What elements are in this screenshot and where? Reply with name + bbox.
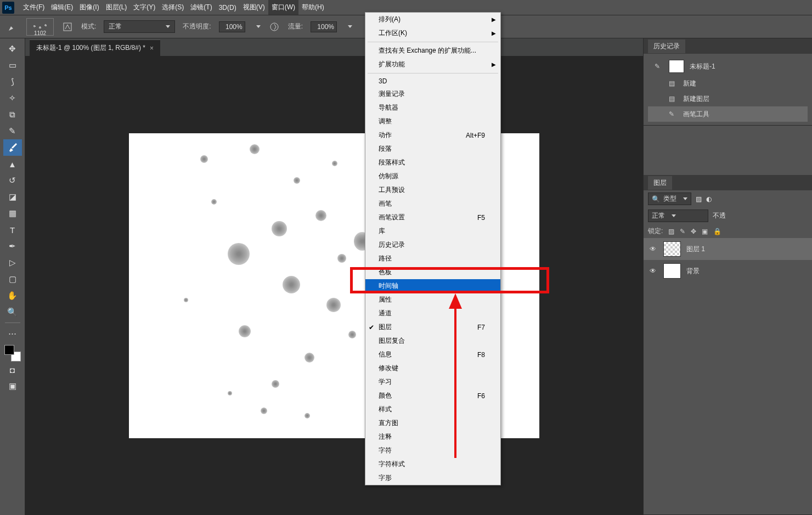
layer-row[interactable]: 👁 背景	[644, 260, 812, 282]
history-step[interactable]: ✎ 画笔工具	[648, 106, 808, 122]
stamp-tool[interactable]: ▲	[3, 156, 22, 172]
path-select-tool[interactable]: ▷	[3, 254, 22, 271]
menu-item[interactable]: 学习	[365, 375, 500, 389]
crop-tool[interactable]: ⧉	[3, 106, 22, 123]
menu-item[interactable]: 排列(A)▶	[365, 13, 500, 26]
menu-item[interactable]: 直方图	[365, 416, 500, 430]
menu-type[interactable]: 文字(Y)	[130, 0, 159, 15]
menu-item[interactable]: 工具预设	[365, 183, 500, 197]
document-tab[interactable]: 未标题-1 @ 100% (图层 1, RGB/8#) * ×	[30, 39, 160, 56]
menu-item[interactable]: 查找有关 Exchange 的扩展功能...	[365, 44, 500, 58]
menu-item[interactable]: 颜色F6	[365, 389, 500, 403]
brush-icon: ✎	[651, 61, 663, 71]
menu-item[interactable]: 库	[365, 224, 500, 238]
visibility-icon[interactable]: 👁	[648, 267, 658, 275]
menu-item[interactable]: 字形	[365, 471, 500, 485]
menu-item[interactable]: 字符	[365, 444, 500, 457]
menu-item[interactable]: 画笔设置F5	[365, 211, 500, 224]
menu-window[interactable]: 窗口(W)	[268, 0, 298, 15]
layer-row[interactable]: 👁 图层 1	[644, 238, 812, 260]
layer-blend-select[interactable]: 正常	[648, 210, 708, 222]
menu-item[interactable]: 注释	[365, 430, 500, 444]
history-panel: 历史记录 ✎ 未标题-1 ▤ 新建 ▤ 新建图层 ✎ 画笔工具	[644, 38, 812, 126]
brush-tool[interactable]	[3, 139, 22, 156]
eyedropper-tool[interactable]: ✎	[3, 123, 22, 139]
type-tool[interactable]: T	[3, 222, 22, 238]
lock-artboard-icon[interactable]: ▣	[702, 228, 708, 235]
menu-view[interactable]: 视图(V)	[240, 0, 268, 15]
flow-input[interactable]: 100%	[311, 21, 337, 32]
menu-3d[interactable]: 3D(D)	[216, 1, 240, 14]
move-tool[interactable]: ✥	[3, 41, 22, 57]
menu-item[interactable]: 仿制源	[365, 169, 500, 183]
history-step-label: 新建	[683, 79, 696, 88]
hand-tool[interactable]: ✋	[3, 287, 22, 304]
history-step[interactable]: ▤ 新建	[648, 76, 808, 91]
gradient-tool[interactable]: ▦	[3, 205, 22, 222]
menu-file[interactable]: 文件(F)	[20, 0, 48, 15]
brush-preset-picker[interactable]: 1102	[26, 18, 54, 36]
menu-item[interactable]: 修改键	[365, 361, 500, 375]
history-snapshot[interactable]: ✎ 未标题-1	[648, 57, 808, 76]
lock-position-icon[interactable]: ✥	[691, 228, 696, 235]
layer-name[interactable]: 背景	[686, 267, 700, 276]
menu-item[interactable]: 路径	[365, 252, 500, 265]
lasso-tool[interactable]: ⟆	[3, 73, 22, 90]
pen-tool[interactable]: ✒	[3, 238, 22, 254]
menu-item[interactable]: 扩展功能▶	[365, 58, 500, 71]
menu-item[interactable]: 导航器	[365, 101, 500, 115]
menu-item[interactable]: 属性	[365, 293, 500, 307]
history-tab[interactable]: 历史记录	[648, 39, 685, 53]
menu-item[interactable]: 通道	[365, 307, 500, 320]
close-tab-icon[interactable]: ×	[150, 44, 154, 52]
filter-adjust-icon[interactable]: ◐	[706, 195, 712, 203]
menu-filter[interactable]: 滤镜(T)	[187, 0, 215, 15]
menu-item[interactable]: 段落	[365, 142, 500, 156]
layers-tab[interactable]: 图层	[648, 176, 672, 190]
zoom-tool[interactable]: 🔍	[3, 304, 22, 320]
pressure-opacity-icon[interactable]	[268, 21, 280, 33]
tool-preset-icon[interactable]	[7, 21, 19, 33]
screenmode-icon[interactable]: ▣	[3, 378, 22, 394]
menu-image[interactable]: 图像(I)	[76, 0, 102, 15]
menu-item[interactable]: 段落样式	[365, 156, 500, 169]
lock-paint-icon[interactable]: ✎	[680, 228, 685, 235]
brush-panel-toggle-icon[interactable]	[61, 21, 74, 33]
foreground-background-colors[interactable]	[4, 345, 21, 361]
menu-help[interactable]: 帮助(H)	[298, 0, 328, 15]
quickmask-icon[interactable]: ◘	[3, 361, 22, 378]
menu-item[interactable]: 图层复合	[365, 334, 500, 348]
lock-pixels-icon[interactable]: ▨	[668, 228, 674, 235]
layer-name[interactable]: 图层 1	[686, 245, 705, 254]
history-brush-tool[interactable]: ↺	[3, 172, 22, 189]
menu-edit[interactable]: 编辑(E)	[48, 0, 76, 15]
menu-item[interactable]: 测量记录	[365, 87, 500, 101]
magic-wand-tool[interactable]: ✧	[3, 90, 22, 106]
menu-item[interactable]: 信息F8	[365, 348, 500, 361]
filter-image-icon[interactable]: ▨	[696, 195, 702, 203]
visibility-icon[interactable]: 👁	[648, 245, 658, 253]
menu-item[interactable]: ✔图层F7	[365, 320, 500, 334]
menu-item[interactable]: 动作Alt+F9	[365, 128, 500, 142]
menu-item[interactable]: 画笔	[365, 197, 500, 211]
layer-filter-kind[interactable]: 🔍 类型	[648, 193, 691, 205]
menu-item[interactable]: 3D	[365, 75, 500, 87]
shape-tool[interactable]: ▢	[3, 271, 22, 287]
history-step[interactable]: ▤ 新建图层	[648, 91, 808, 106]
menu-item[interactable]: 调整	[365, 115, 500, 128]
menu-select[interactable]: 选择(S)	[159, 0, 187, 15]
canvas-viewport[interactable]	[25, 56, 643, 515]
edit-toolbar-icon[interactable]: ⋯	[3, 325, 22, 342]
menu-item[interactable]: 色板	[365, 265, 500, 279]
marquee-tool[interactable]: ▭	[3, 57, 22, 73]
menu-layer[interactable]: 图层(L)	[103, 0, 131, 15]
blend-mode-select[interactable]: 正常	[104, 20, 175, 33]
menu-item[interactable]: 样式	[365, 403, 500, 416]
menu-item[interactable]: 时间轴	[365, 279, 500, 293]
menu-item[interactable]: 历史记录	[365, 238, 500, 252]
menu-item[interactable]: 工作区(K)▶	[365, 26, 500, 40]
lock-all-icon[interactable]: 🔒	[713, 228, 721, 235]
eraser-tool[interactable]: ◪	[3, 189, 22, 205]
opacity-input[interactable]: 100%	[219, 21, 245, 32]
menu-item[interactable]: 字符样式	[365, 457, 500, 471]
